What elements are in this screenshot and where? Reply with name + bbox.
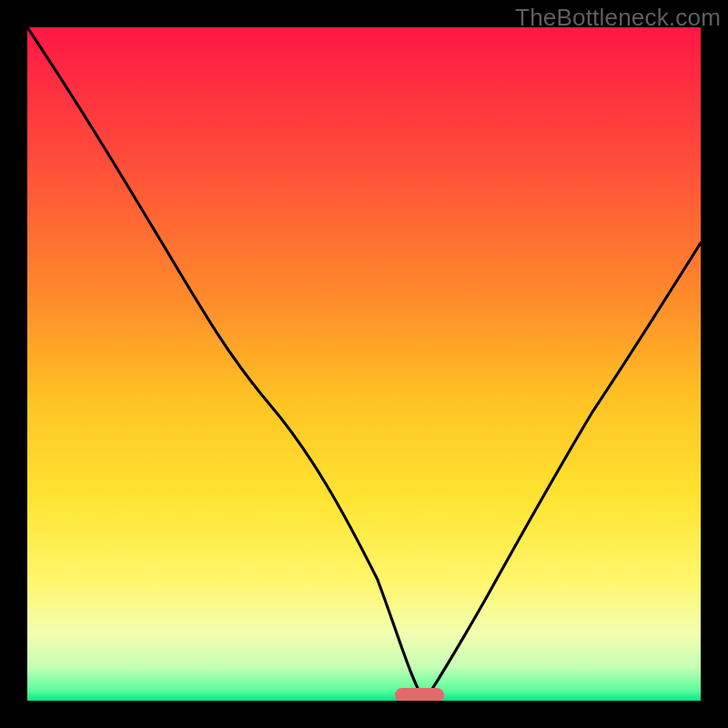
bottleneck-curve [27, 27, 701, 701]
watermark-text: TheBottleneck.com [515, 4, 721, 32]
plot-area [27, 27, 701, 701]
optimal-marker [395, 688, 444, 701]
chart-frame: TheBottleneck.com [0, 0, 728, 728]
